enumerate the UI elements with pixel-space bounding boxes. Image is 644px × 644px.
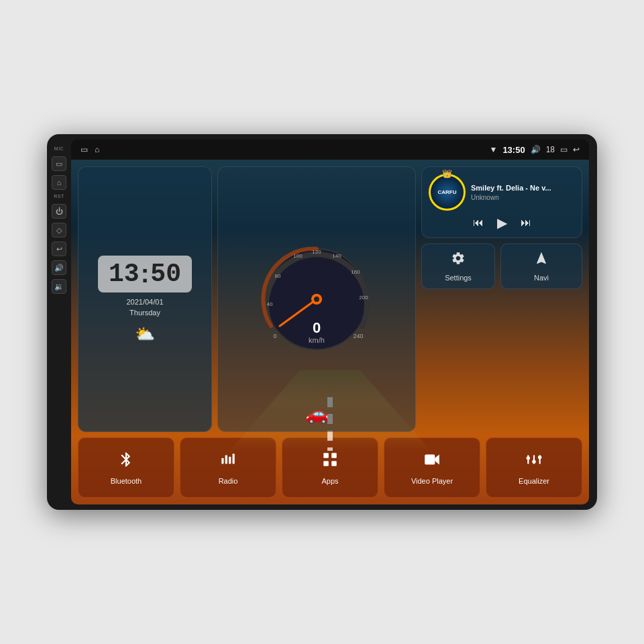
next-button[interactable]: ⏭ bbox=[521, 217, 531, 229]
navi-icon bbox=[534, 251, 549, 270]
svg-rect-15 bbox=[221, 458, 223, 464]
vol-down-btn[interactable]: 🔉 bbox=[52, 279, 66, 294]
svg-text:80: 80 bbox=[275, 273, 281, 279]
home-btn[interactable]: ⌂ bbox=[52, 175, 66, 190]
window-icon: ▭ bbox=[560, 145, 568, 154]
clock-day: Thursday bbox=[129, 309, 160, 317]
car-head-unit: MIC ▭ ⌂ RST ⏻ ◇ ↩ 🔊 🔉 ▭ ⌂ ▼ 13:50 🔊 18 ▭… bbox=[47, 134, 597, 510]
svg-text:0: 0 bbox=[273, 333, 276, 339]
svg-marker-24 bbox=[435, 454, 439, 464]
svg-point-26 bbox=[527, 456, 530, 460]
clock-date: 2021/04/01 bbox=[126, 298, 163, 306]
apps-label: Apps bbox=[321, 477, 338, 485]
prev-button[interactable]: ⏮ bbox=[473, 217, 484, 229]
svg-rect-18 bbox=[233, 453, 235, 464]
navi-label: Navi bbox=[534, 274, 549, 282]
right-panel: 👑 CARFU Smiley ft. Delia - Ne v... Unkno… bbox=[421, 166, 582, 432]
clock-widget: 13 : 50 2021/04/01 Thursday ⛅ bbox=[78, 166, 212, 432]
side-buttons-panel: MIC ▭ ⌂ RST ⏻ ◇ ↩ 🔊 🔉 bbox=[47, 140, 71, 504]
svg-text:km/h: km/h bbox=[309, 336, 325, 344]
clock-hours: 13 bbox=[109, 260, 140, 288]
svg-text:240: 240 bbox=[353, 333, 363, 339]
apps-icon bbox=[321, 451, 339, 473]
navi-tile[interactable]: Navi bbox=[500, 244, 582, 289]
equalizer-button[interactable]: Equalizer bbox=[486, 437, 582, 498]
svg-text:40: 40 bbox=[267, 301, 273, 307]
svg-rect-20 bbox=[331, 453, 337, 458]
screen-content: 13 : 50 2021/04/01 Thursday ⛅ bbox=[71, 160, 589, 504]
crown-icon: 👑 bbox=[442, 169, 452, 178]
clock-minutes: 50 bbox=[150, 260, 181, 288]
screen-btn[interactable]: ▭ bbox=[52, 156, 66, 171]
play-button[interactable]: ▶ bbox=[497, 215, 507, 231]
radio-label: Radio bbox=[219, 477, 238, 485]
settings-tile[interactable]: Settings bbox=[421, 244, 495, 289]
video-icon bbox=[423, 451, 441, 473]
back-btn[interactable]: ↩ bbox=[52, 241, 66, 256]
music-title: Smiley ft. Delia - Ne v... bbox=[471, 184, 575, 192]
status-right: ▼ 13:50 🔊 18 ▭ ↩ bbox=[490, 145, 580, 155]
svg-rect-17 bbox=[229, 456, 231, 464]
top-row: 13 : 50 2021/04/01 Thursday ⛅ bbox=[78, 166, 582, 432]
clock-colon: : bbox=[141, 260, 150, 288]
svg-rect-22 bbox=[331, 461, 337, 466]
svg-rect-16 bbox=[225, 455, 227, 464]
back-icon: ↩ bbox=[573, 145, 580, 154]
equalizer-icon bbox=[525, 451, 543, 473]
home-icon: ⌂ bbox=[95, 145, 99, 154]
status-left: ▭ ⌂ bbox=[80, 145, 99, 154]
bluetooth-label: Bluetooth bbox=[111, 477, 142, 485]
svg-point-30 bbox=[538, 455, 541, 459]
vol-up-btn[interactable]: 🔊 bbox=[52, 260, 66, 275]
radio-icon bbox=[219, 451, 237, 473]
svg-rect-23 bbox=[425, 454, 435, 464]
screen-icon: ▭ bbox=[80, 145, 88, 154]
music-top: 👑 CARFU Smiley ft. Delia - Ne v... Unkno… bbox=[429, 174, 575, 211]
svg-point-12 bbox=[314, 297, 319, 302]
music-widget[interactable]: 👑 CARFU Smiley ft. Delia - Ne v... Unkno… bbox=[421, 166, 582, 238]
nav-btn[interactable]: ◇ bbox=[52, 223, 66, 237]
svg-text:120: 120 bbox=[312, 249, 321, 255]
mic-label: MIC bbox=[54, 146, 64, 151]
svg-point-28 bbox=[532, 460, 535, 463]
svg-rect-21 bbox=[323, 461, 329, 466]
music-logo: CARFU bbox=[438, 189, 457, 196]
main-screen: ▭ ⌂ ▼ 13:50 🔊 18 ▭ ↩ 13 bbox=[71, 140, 589, 504]
power-btn[interactable]: ⏻ bbox=[52, 204, 66, 219]
svg-text:200: 200 bbox=[359, 294, 368, 301]
status-bar: ▭ ⌂ ▼ 13:50 🔊 18 ▭ ↩ bbox=[71, 140, 589, 160]
svg-text:160: 160 bbox=[351, 269, 360, 275]
speedo-container: 0 40 80 100 120 140 160 200 240 bbox=[256, 239, 377, 360]
weather-icon: ⛅ bbox=[135, 325, 155, 343]
car-icon: 🚗 bbox=[305, 402, 329, 425]
volume-level: 18 bbox=[546, 145, 555, 154]
svg-text:140: 140 bbox=[332, 253, 341, 259]
music-artist: Unknown bbox=[471, 194, 575, 201]
status-time: 13:50 bbox=[502, 145, 525, 155]
music-controls: ⏮ ▶ ⏭ bbox=[429, 215, 575, 231]
equalizer-label: Equalizer bbox=[519, 477, 549, 485]
music-info: Smiley ft. Delia - Ne v... Unknown bbox=[471, 184, 575, 201]
rst-label: RST bbox=[54, 194, 64, 199]
wifi-icon: ▼ bbox=[490, 145, 498, 154]
speedometer-widget: 0 40 80 100 120 140 160 200 240 bbox=[217, 166, 416, 432]
settings-label: Settings bbox=[445, 274, 472, 282]
svg-rect-19 bbox=[323, 453, 329, 458]
bluetooth-button[interactable]: Bluetooth bbox=[78, 437, 174, 498]
svg-text:0: 0 bbox=[313, 319, 321, 336]
clock-display: 13 : 50 bbox=[98, 256, 192, 292]
music-album-art: 👑 CARFU bbox=[429, 174, 466, 211]
bluetooth-icon bbox=[117, 451, 135, 473]
settings-icon bbox=[451, 251, 466, 270]
settings-navi-row: Settings Navi bbox=[421, 244, 582, 289]
volume-icon: 🔊 bbox=[531, 145, 541, 154]
video-label: Video Player bbox=[411, 477, 453, 485]
svg-text:100: 100 bbox=[293, 253, 303, 259]
speedometer-svg: 0 40 80 100 120 140 160 200 240 bbox=[256, 239, 377, 360]
